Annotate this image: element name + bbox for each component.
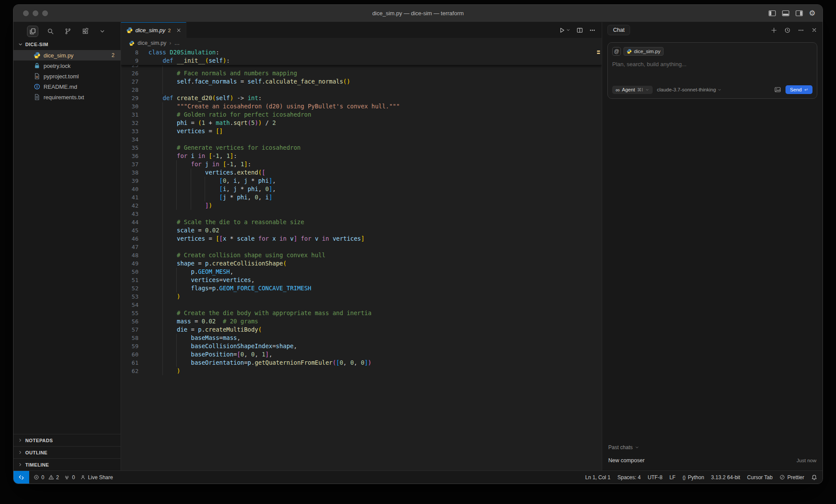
extensions-icon[interactable]: [80, 26, 91, 37]
code-line[interactable]: 41[j * phi, 0, i]: [121, 193, 602, 202]
overview-ruler[interactable]: [596, 48, 602, 470]
line-number[interactable]: 44: [121, 218, 138, 226]
cursor-position-status[interactable]: Ln 1, Col 1: [585, 474, 610, 480]
code-line[interactable]: 45scale = 0.02: [121, 226, 602, 235]
line-number[interactable]: 50: [121, 268, 138, 276]
line-number[interactable]: 45: [121, 226, 138, 235]
code-line[interactable]: 62): [121, 367, 602, 375]
line-number[interactable]: 39: [121, 177, 138, 185]
code-line[interactable]: 35# Generate vertices for icosahedron: [121, 144, 602, 152]
code-line[interactable]: 39[0, i, j * phi],: [121, 177, 602, 185]
chat-history-item[interactable]: New composer Just now: [608, 457, 816, 464]
file-row-dice-sim[interactable]: dice_sim.py 2: [13, 50, 121, 60]
line-number[interactable]: 36: [121, 152, 138, 160]
encoding-status[interactable]: UTF-8: [647, 474, 662, 480]
live-share-button[interactable]: Live Share: [80, 474, 113, 480]
line-number[interactable]: 54: [121, 301, 138, 309]
formatter-status[interactable]: Prettier: [779, 474, 804, 480]
line-number[interactable]: 41: [121, 193, 138, 202]
toggle-primary-sidebar-icon[interactable]: [769, 10, 776, 17]
line-number[interactable]: 37: [121, 160, 138, 168]
minimize-window-button[interactable]: [33, 10, 38, 16]
breadcrumb-symbol[interactable]: …: [174, 40, 180, 46]
line-number[interactable]: 55: [121, 309, 138, 317]
line-number[interactable]: 60: [121, 350, 138, 359]
line-number[interactable]: 30: [121, 102, 138, 111]
code-line[interactable]: 46vertices = [[x * scale for x in v] for…: [121, 235, 602, 243]
line-number[interactable]: 27: [121, 77, 138, 86]
file-row-requirements[interactable]: requirements.txt: [13, 92, 121, 102]
indentation-status[interactable]: Spaces: 4: [617, 474, 640, 480]
line-number[interactable]: 26: [121, 69, 138, 77]
code-line[interactable]: 50p.GEOM_MESH,: [121, 268, 602, 276]
code-line[interactable]: 53): [121, 292, 602, 301]
code-line[interactable]: 61baseOrientation=p.getQuaternionFromEul…: [121, 359, 602, 367]
line-number[interactable]: 40: [121, 185, 138, 193]
line-number[interactable]: 62: [121, 367, 138, 375]
toggle-secondary-sidebar-icon[interactable]: [796, 10, 803, 17]
code-line[interactable]: 40[i, j * phi, 0],: [121, 185, 602, 193]
chat-input[interactable]: Plan, search, build anything...: [612, 61, 812, 67]
code-line[interactable]: 43: [121, 210, 602, 218]
line-number[interactable]: 58: [121, 334, 138, 342]
code-line[interactable]: 37for j in [-1, 1]:: [121, 160, 602, 168]
problems-status[interactable]: 0 2: [34, 474, 59, 480]
sticky-scroll[interactable]: 8class D20Simulation:9def __init__(self)…: [121, 48, 602, 65]
more-actions-icon[interactable]: [798, 27, 804, 34]
code-line[interactable]: 31# Golden ratio for perfect icosahedron: [121, 111, 602, 119]
breadcrumb-file[interactable]: dice_sim.py: [138, 40, 166, 46]
line-number[interactable]: 61: [121, 359, 138, 367]
code-line[interactable]: 26# Face normals and numbers mapping: [121, 69, 602, 77]
explorer-icon[interactable]: [27, 26, 38, 37]
line-number[interactable]: 9: [121, 57, 138, 65]
file-row-poetry-lock[interactable]: poetry.lock: [13, 60, 121, 71]
line-number[interactable]: 35: [121, 144, 138, 152]
new-chat-icon[interactable]: [771, 27, 777, 34]
line-number[interactable]: 8: [121, 48, 138, 57]
eol-status[interactable]: LF: [669, 474, 675, 480]
python-interpreter-status[interactable]: 3.13.2 64-bit: [711, 474, 740, 480]
line-number[interactable]: 57: [121, 326, 138, 334]
file-row-pyproject[interactable]: pyproject.toml: [13, 71, 121, 81]
line-number[interactable]: 53: [121, 292, 138, 301]
file-row-readme[interactable]: README.md: [13, 81, 121, 92]
code-line[interactable]: 56mass = 0.02 # 20 grams: [121, 317, 602, 326]
ports-status[interactable]: 0: [64, 474, 75, 480]
tab-dice-sim[interactable]: dice_sim.py 2: [121, 22, 186, 38]
code-line[interactable]: 34: [121, 135, 602, 144]
code-line[interactable]: 51vertices=vertices,: [121, 276, 602, 284]
code-line[interactable]: 33vertices = []: [121, 127, 602, 135]
line-number[interactable]: 28: [121, 86, 138, 94]
code-line[interactable]: 55# Create the die body with appropriate…: [121, 309, 602, 317]
code-line[interactable]: 52flags=p.GEOM_FORCE_CONCAVE_TRIMESH: [121, 284, 602, 292]
code-line[interactable]: 58baseMass=mass,: [121, 334, 602, 342]
line-number[interactable]: 52: [121, 284, 138, 292]
source-control-icon[interactable]: [63, 26, 73, 37]
close-tab-icon[interactable]: [176, 27, 182, 33]
code-line[interactable]: 36for i in [-1, 1]:: [121, 152, 602, 160]
search-icon[interactable]: [45, 26, 56, 37]
cursor-tab-status[interactable]: Cursor Tab: [747, 474, 772, 480]
code-line[interactable]: 54: [121, 301, 602, 309]
code-line[interactable]: 42]): [121, 202, 602, 210]
code-line[interactable]: 38vertices.extend([: [121, 168, 602, 177]
add-context-button[interactable]: @: [612, 47, 621, 56]
notifications-bell-icon[interactable]: [811, 474, 817, 480]
settings-gear-icon[interactable]: ⚙: [809, 10, 816, 17]
line-number[interactable]: 51: [121, 276, 138, 284]
send-button[interactable]: Send ↵: [785, 85, 812, 94]
line-number[interactable]: 32: [121, 119, 138, 127]
context-chip[interactable]: dice_sim.py: [624, 47, 664, 56]
close-window-button[interactable]: [23, 10, 29, 16]
zoom-window-button[interactable]: [42, 10, 48, 16]
code-line[interactable]: 59baseCollisionShapeIndex=shape,: [121, 342, 602, 350]
chat-input-card[interactable]: @ dice_sim.py Plan, search, build anythi…: [607, 42, 817, 99]
language-mode-status[interactable]: {} Python: [682, 474, 704, 480]
line-number[interactable]: 34: [121, 135, 138, 144]
line-number[interactable]: 31: [121, 111, 138, 119]
code-line[interactable]: 60basePosition=[0, 0, 1],: [121, 350, 602, 359]
code-line[interactable]: 47: [121, 243, 602, 251]
code-line[interactable]: 9def __init__(self):: [121, 57, 602, 65]
sidebar-section-timeline[interactable]: TIMELINE: [13, 458, 121, 470]
past-chats-toggle[interactable]: Past chats: [608, 444, 816, 450]
